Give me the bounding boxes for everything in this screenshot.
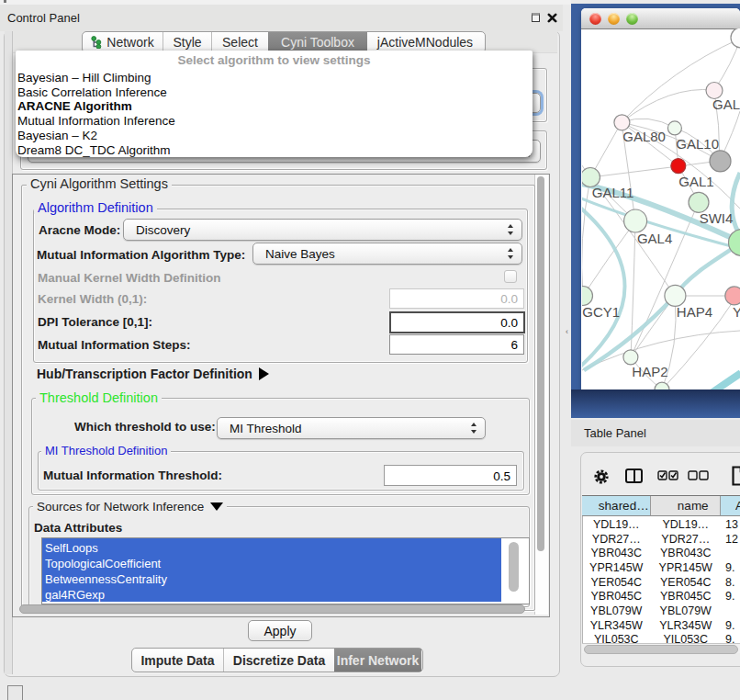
svg-text:GAL1: GAL1	[678, 174, 713, 189]
svg-text:GCY1: GCY1	[582, 304, 620, 320]
svg-text:YB: YB	[733, 304, 740, 320]
svg-text:SWI4: SWI4	[700, 210, 734, 226]
svg-text:GAL80: GAL80	[622, 129, 666, 144]
svg-text:GAL11: GAL11	[592, 185, 634, 200]
svg-text:HAP2: HAP2	[632, 364, 667, 379]
svg-text:GAL4: GAL4	[637, 231, 672, 246]
svg-text:HAP4: HAP4	[677, 304, 712, 320]
svg-text:GAL7: GAL7	[712, 96, 740, 112]
svg-text:GAL10: GAL10	[676, 136, 719, 152]
